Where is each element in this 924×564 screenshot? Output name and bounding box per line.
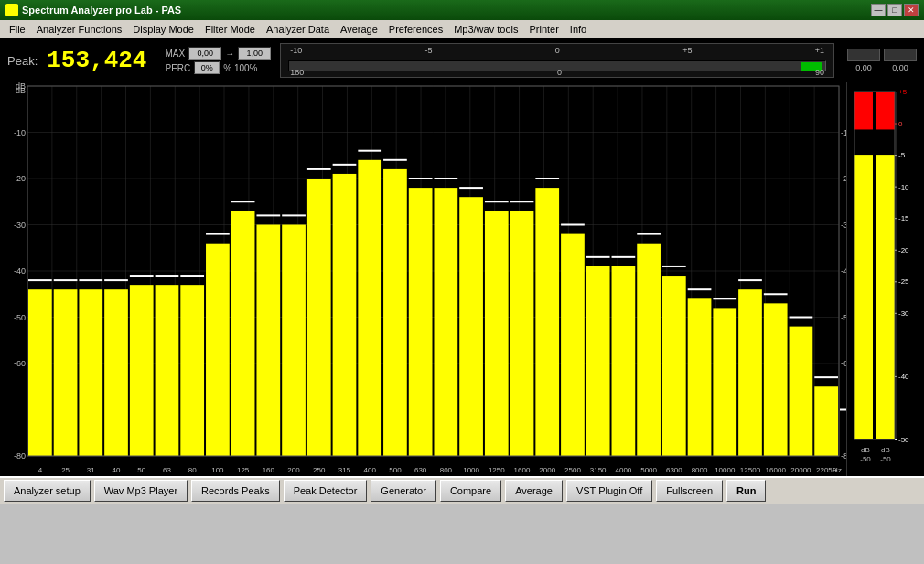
menu-item-average[interactable]: Average [335,22,383,37]
spectrum-canvas [0,82,846,476]
spectrum-display [0,82,846,476]
right-val2: 0,00 [884,63,917,72]
perc-pct: % 100% [223,63,257,73]
perc-input[interactable] [194,61,220,74]
max-row: MAX → [165,47,271,60]
menu-item-analyzer-data[interactable]: Analyzer Data [261,22,335,37]
menu-item-mp3/wav-tools[interactable]: Mp3/wav tools [448,22,523,37]
freq-mid: 0 [557,68,562,77]
app-title: Spectrum Analyzer pro Lab - PAS [22,5,867,16]
max-controls: MAX → PERC % 100% [165,47,271,74]
maximize-button[interactable]: □ [887,4,902,16]
freq-scale-p1: +1 [815,46,824,55]
records-peaks-button[interactable]: Records Peaks [191,480,280,502]
freq-to: 90 [815,68,824,77]
main-area [0,82,924,476]
freq-scale-neg10: -10 [290,46,302,55]
menu-item-filter-mode[interactable]: Filter Mode [199,22,261,37]
bottom-bar: Analyzer setupWav Mp3 PlayerRecords Peak… [0,476,924,504]
app-icon [5,4,18,16]
menu-item-file[interactable]: File [4,22,31,37]
menu-item-printer[interactable]: Printer [523,22,564,37]
fullscreen-button[interactable]: Fullscreen [656,480,723,502]
minimize-button[interactable]: — [871,4,886,16]
analyzer-setup-button[interactable]: Analyzer setup [4,480,91,502]
menu-bar: FileAnalyzer FunctionsDisplay ModeFilter… [0,20,924,38]
svg-marker-0 [7,5,16,14]
run-button[interactable]: Run [726,480,766,502]
right-val1: 0,00 [847,63,880,72]
top-panel: Peak: 153,424 MAX → PERC % 100% -10 -5 0… [0,38,924,82]
freq-scale-0: 0 [555,46,560,55]
perc-row: PERC % 100% [165,61,271,74]
menu-item-display-mode[interactable]: Display Mode [127,22,199,37]
vst-plugin-off-button[interactable]: VST Plugin Off [566,480,652,502]
peak-detector-button[interactable]: Peak Detector [284,480,368,502]
freq-slider[interactable]: -10 -5 0 +5 +1 180 0 90 [280,43,834,78]
menu-item-info[interactable]: Info [564,22,592,37]
menu-item-analyzer-functions[interactable]: Analyzer Functions [31,22,128,37]
peak-value: 153,424 [47,47,146,74]
max-to-input[interactable] [238,47,271,60]
compare-button[interactable]: Compare [440,480,501,502]
window-controls: — □ ✕ [871,4,919,16]
perc-label: PERC [165,63,190,73]
menu-item-preferences[interactable]: Preferences [383,22,448,37]
freq-from: 180 [290,68,304,77]
generator-button[interactable]: Generator [371,480,436,502]
right-meters: 0,00 0,00 [847,49,917,72]
freq-scale-5: -5 [424,46,432,55]
vu-canvas [847,82,925,476]
average-button[interactable]: Average [505,480,563,502]
freq-scale-p5: +5 [682,46,692,55]
title-bar: Spectrum Analyzer pro Lab - PAS — □ ✕ [0,0,924,20]
vu-panel [846,82,924,476]
peak-label: Peak: [7,54,38,68]
wav-mp3-player-button[interactable]: Wav Mp3 Player [94,480,188,502]
max-label: MAX [165,49,185,59]
max-from-input[interactable] [188,47,221,60]
close-button[interactable]: ✕ [904,4,919,16]
